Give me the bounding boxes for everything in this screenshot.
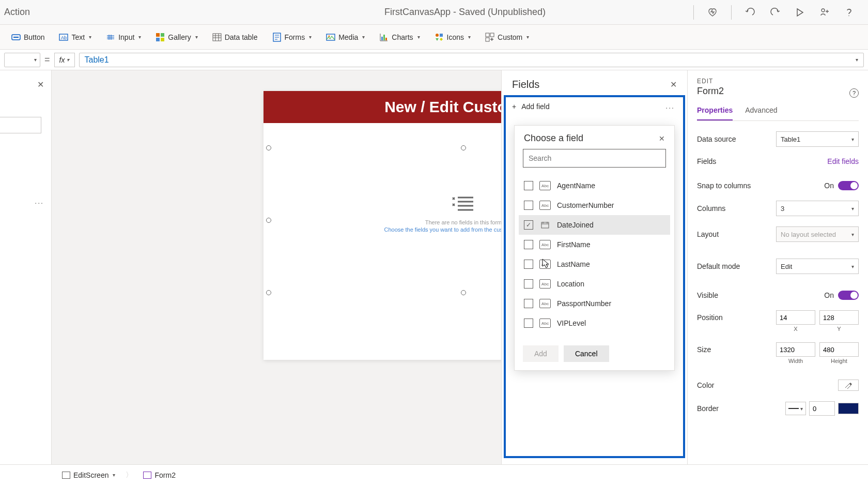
formula-input[interactable]: Table1 ▾ bbox=[79, 53, 864, 67]
columns-dropdown[interactable]: 3▾ bbox=[776, 201, 859, 216]
field-item-agentname[interactable]: AbcAgentName bbox=[519, 176, 670, 195]
svg-rect-11 bbox=[327, 34, 335, 40]
add-field-button[interactable]: Add field bbox=[521, 102, 549, 111]
share-icon[interactable] bbox=[818, 6, 831, 19]
app-title: FirstCanvasApp - Saved (Unpublished) bbox=[30, 7, 693, 18]
breadcrumb-form[interactable]: Form2 bbox=[143, 471, 175, 479]
ribbon-media[interactable]: Media▾ bbox=[321, 29, 370, 45]
checkbox[interactable] bbox=[524, 201, 533, 210]
ribbon-input[interactable]: Input▾ bbox=[101, 29, 146, 45]
play-icon[interactable] bbox=[794, 6, 806, 19]
checkbox[interactable] bbox=[524, 260, 533, 269]
layout-dropdown[interactable]: No layout selected▾ bbox=[776, 226, 859, 242]
svg-point-16 bbox=[436, 34, 439, 37]
position-x-input[interactable] bbox=[776, 310, 815, 325]
border-style-dropdown[interactable]: ▾ bbox=[785, 402, 806, 415]
checkbox[interactable]: ✓ bbox=[524, 220, 533, 230]
redo-icon[interactable] bbox=[769, 6, 781, 19]
breadcrumb-screen[interactable]: EditScreen ▾ bbox=[62, 471, 115, 479]
position-y-input[interactable] bbox=[819, 310, 859, 325]
ribbon-custom[interactable]: Custom▾ bbox=[480, 29, 534, 45]
checkbox[interactable] bbox=[524, 181, 533, 190]
svg-rect-20 bbox=[486, 38, 489, 41]
text-type-icon: Abc bbox=[539, 181, 551, 190]
choose-field-title: Choose a field bbox=[524, 133, 583, 144]
ribbon-icons[interactable]: Icons▾ bbox=[429, 29, 476, 45]
title-bar: Action FirstCanvasApp - Saved (Unpublish… bbox=[0, 0, 868, 25]
color-label: Color bbox=[697, 381, 714, 389]
properties-panel: EDIT Form2 ? Properties Advanced Data so… bbox=[687, 70, 868, 464]
text-type-icon: Abc bbox=[539, 260, 551, 269]
border-width-input[interactable] bbox=[809, 401, 835, 416]
svg-rect-19 bbox=[490, 33, 494, 37]
tab-properties[interactable]: Properties bbox=[697, 106, 733, 120]
ribbon-charts[interactable]: Charts▾ bbox=[374, 29, 425, 45]
svg-rect-17 bbox=[440, 34, 443, 37]
close-icon[interactable]: ✕ bbox=[670, 80, 677, 89]
tree-search[interactable] bbox=[0, 117, 41, 133]
health-icon[interactable] bbox=[706, 6, 719, 19]
field-item-viplevel[interactable]: AbcVIPLevel bbox=[519, 313, 670, 333]
visible-toggle[interactable] bbox=[838, 291, 859, 300]
datasource-dropdown[interactable]: Table1▾ bbox=[776, 131, 859, 147]
field-item-lastname[interactable]: AbcLastName bbox=[519, 254, 670, 274]
action-menu[interactable]: Action bbox=[0, 7, 30, 18]
ribbon-gallery[interactable]: Gallery▾ bbox=[150, 29, 203, 45]
color-swatch[interactable] bbox=[838, 380, 859, 391]
snap-label: Snap to columns bbox=[697, 181, 751, 190]
tree-panel: ✕ ··· bbox=[0, 70, 52, 464]
ribbon-button[interactable]: Button bbox=[6, 29, 50, 45]
checkbox[interactable] bbox=[524, 240, 533, 249]
field-label: Location bbox=[557, 280, 584, 288]
border-color-swatch[interactable] bbox=[838, 403, 859, 414]
ribbon-text[interactable]: Ab Text▾ bbox=[54, 29, 97, 45]
close-icon[interactable]: ✕ bbox=[37, 80, 44, 89]
fx-button[interactable]: fx▾ bbox=[54, 53, 75, 67]
field-item-passportnumber[interactable]: AbcPassportNumber bbox=[519, 294, 670, 313]
border-label: Border bbox=[697, 404, 719, 413]
svg-rect-2 bbox=[13, 37, 19, 38]
field-item-location[interactable]: AbcLocation bbox=[519, 274, 670, 294]
fields-panel: Fields ✕ + Add field ··· Choose a field … bbox=[501, 70, 687, 464]
checkbox[interactable] bbox=[524, 319, 533, 328]
defaultmode-label: Default mode bbox=[697, 262, 740, 270]
checkbox[interactable] bbox=[524, 279, 533, 289]
more-icon[interactable]: ··· bbox=[35, 199, 44, 207]
ribbon-forms[interactable]: Forms▾ bbox=[267, 29, 317, 45]
cancel-button[interactable]: Cancel bbox=[564, 345, 609, 362]
text-type-icon: Abc bbox=[539, 299, 551, 308]
size-label: Size bbox=[697, 345, 711, 354]
field-item-datejoined[interactable]: ✓DateJoined bbox=[519, 215, 670, 235]
choose-field-popup: Choose a field ✕ AbcAgentNameAbcCustomer… bbox=[514, 125, 675, 371]
help-icon[interactable] bbox=[843, 6, 856, 19]
columns-label: Columns bbox=[697, 204, 725, 213]
ribbon-toolbar: Button Ab Text▾ Input▾ Gallery▾ Data tab… bbox=[0, 25, 868, 50]
property-dropdown[interactable]: ▾ bbox=[4, 53, 40, 67]
field-search-input[interactable] bbox=[523, 149, 666, 168]
checkbox[interactable] bbox=[524, 299, 533, 308]
text-type-icon: Abc bbox=[539, 279, 551, 289]
field-item-firstname[interactable]: AbcFirstName bbox=[519, 235, 670, 254]
tab-advanced[interactable]: Advanced bbox=[745, 106, 777, 120]
size-h-input[interactable] bbox=[819, 342, 859, 357]
svg-rect-15 bbox=[385, 38, 387, 40]
defaultmode-dropdown[interactable]: Edit▾ bbox=[776, 259, 859, 274]
info-icon[interactable]: ? bbox=[849, 88, 859, 98]
snap-toggle[interactable] bbox=[838, 181, 859, 190]
edit-label: EDIT bbox=[697, 78, 859, 85]
svg-rect-8 bbox=[161, 38, 164, 41]
close-icon[interactable]: ✕ bbox=[659, 134, 665, 143]
fields-label: Fields bbox=[697, 157, 716, 165]
size-w-input[interactable] bbox=[776, 342, 815, 357]
undo-icon[interactable] bbox=[744, 6, 756, 19]
equals-label: = bbox=[44, 54, 50, 65]
form-name: Form2 bbox=[697, 86, 859, 97]
field-item-customernumber[interactable]: AbcCustomerNumber bbox=[519, 195, 670, 215]
ribbon-datatable[interactable]: Data table bbox=[207, 29, 263, 45]
svg-rect-7 bbox=[156, 38, 160, 41]
fields-panel-title: Fields bbox=[512, 79, 539, 90]
more-icon[interactable]: ··· bbox=[665, 103, 675, 112]
layout-label: Layout bbox=[697, 230, 719, 238]
edit-fields-link[interactable]: Edit fields bbox=[827, 157, 859, 165]
add-button[interactable]: Add bbox=[523, 345, 559, 362]
